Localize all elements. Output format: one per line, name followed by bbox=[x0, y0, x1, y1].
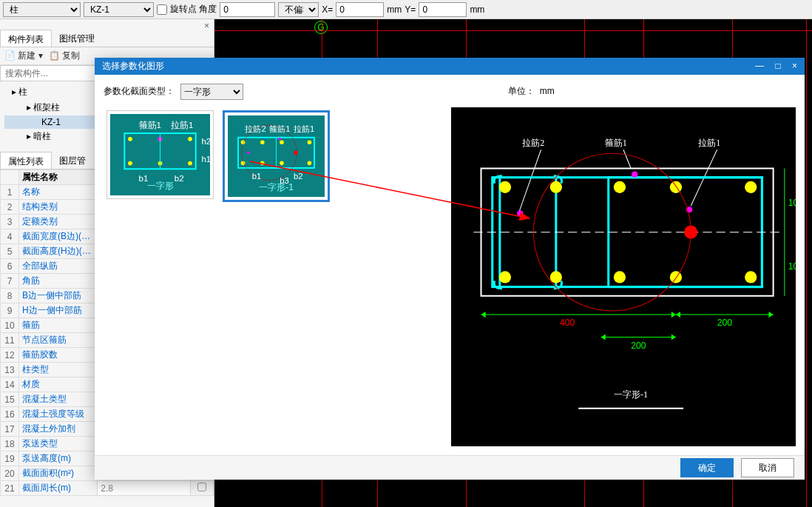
svg-point-22 bbox=[260, 161, 265, 165]
unit-label: 单位： bbox=[508, 86, 535, 96]
grid-marker-g: G bbox=[314, 21, 328, 34]
x-unit: mm bbox=[387, 4, 402, 15]
svg-point-52 bbox=[499, 271, 511, 283]
svg-point-58 bbox=[517, 210, 523, 216]
svg-text:拉筋1: 拉筋1 bbox=[171, 121, 193, 130]
top-toolbar: 柱 KZ-1 旋转点 角度 不偏移 X= mm Y= mm bbox=[0, 0, 812, 19]
svg-text:箍筋1: 箍筋1 bbox=[605, 138, 627, 148]
svg-point-56 bbox=[745, 271, 757, 283]
x-input[interactable] bbox=[336, 2, 384, 17]
svg-point-53 bbox=[550, 271, 562, 283]
thumb-yizixing-1[interactable]: 拉筋2 箍筋1 拉筋1 b1 b2 b3 一字形-1 bbox=[223, 110, 330, 202]
thumbnail-list: 箍筋1 拉筋1 b1 b2 h2 h1 一字形 bbox=[104, 107, 444, 447]
svg-point-23 bbox=[280, 161, 284, 165]
svg-point-48 bbox=[550, 181, 562, 192]
svg-point-49 bbox=[614, 181, 626, 192]
component-name-select[interactable]: KZ-1 bbox=[84, 2, 154, 17]
thumb-label-1: 一字形 bbox=[110, 180, 210, 192]
y-label: Y= bbox=[405, 4, 416, 15]
tab-drawing-mgmt[interactable]: 图纸管理 bbox=[52, 30, 102, 47]
maximize-icon[interactable]: □ bbox=[775, 61, 780, 71]
svg-point-24 bbox=[308, 161, 312, 165]
svg-text:h2: h2 bbox=[201, 136, 210, 145]
svg-point-4 bbox=[128, 161, 132, 165]
shape-dialog: 选择参数化图形 — □ × 参数化截面类型： 一字形 单位： mm bbox=[95, 58, 805, 480]
minimize-icon[interactable]: — bbox=[755, 61, 764, 71]
close-panel-icon[interactable]: × bbox=[204, 21, 209, 31]
rotation-checkbox[interactable] bbox=[157, 4, 167, 15]
preview-pane: 拉筋2 箍筋1 拉筋1 bbox=[451, 107, 796, 447]
ok-button[interactable]: 确定 bbox=[680, 458, 734, 477]
rotation-input[interactable] bbox=[220, 2, 275, 17]
cancel-button[interactable]: 取消 bbox=[741, 458, 794, 477]
svg-text:拉筋2: 拉筋2 bbox=[522, 138, 544, 148]
component-type-select[interactable]: 柱 bbox=[3, 2, 81, 17]
svg-point-55 bbox=[670, 271, 682, 283]
rotation-label: 旋转点 角度 bbox=[170, 3, 217, 16]
svg-text:b1: b1 bbox=[252, 172, 261, 181]
svg-point-54 bbox=[614, 271, 626, 283]
svg-text:b2: b2 bbox=[294, 172, 302, 181]
dialog-footer: 确定 取消 bbox=[95, 455, 805, 480]
y-input[interactable] bbox=[419, 2, 467, 17]
param-select[interactable]: 一字形 bbox=[180, 84, 243, 100]
svg-point-19 bbox=[280, 140, 284, 144]
svg-point-57 bbox=[632, 171, 637, 177]
thumb-yizixing[interactable]: 箍筋1 拉筋1 b1 b2 h2 h1 一字形 bbox=[106, 110, 214, 199]
prop-row[interactable]: 21截面周长(m)2.8 bbox=[1, 481, 214, 496]
svg-text:200: 200 bbox=[631, 340, 646, 350]
close-icon[interactable]: × bbox=[792, 61, 797, 71]
svg-point-3 bbox=[188, 137, 192, 141]
svg-text:箍筋1: 箍筋1 bbox=[269, 124, 290, 133]
svg-text:拉筋1: 拉筋1 bbox=[698, 138, 720, 148]
param-row: 参数化截面类型： 一字形 单位： mm bbox=[104, 84, 796, 100]
svg-text:h1: h1 bbox=[201, 154, 210, 163]
svg-text:一字形-1: 一字形-1 bbox=[614, 389, 648, 399]
y-unit: mm bbox=[470, 4, 484, 15]
tab-layer-mgmt[interactable]: 图层管 bbox=[52, 152, 93, 169]
tab-component-list[interactable]: 构件列表 bbox=[0, 30, 52, 47]
tab-prop-list[interactable]: 属性列表 bbox=[0, 152, 52, 169]
copy-button[interactable]: 📋 复制 bbox=[49, 50, 80, 62]
svg-text:拉筋1: 拉筋1 bbox=[294, 124, 314, 133]
svg-point-51 bbox=[745, 181, 757, 192]
svg-point-6 bbox=[188, 161, 192, 165]
svg-text:200: 200 bbox=[717, 318, 733, 328]
x-label: X= bbox=[322, 4, 333, 15]
dialog-title: 选择参数化图形 bbox=[102, 60, 164, 73]
svg-line-38 bbox=[518, 150, 541, 213]
thumb-label-2: 一字形-1 bbox=[228, 181, 325, 194]
unit-value: mm bbox=[540, 86, 555, 96]
param-label: 参数化截面类型： bbox=[104, 85, 175, 98]
svg-text:箍筋1: 箍筋1 bbox=[139, 121, 161, 130]
svg-point-18 bbox=[260, 140, 265, 144]
svg-text:100: 100 bbox=[788, 198, 796, 208]
svg-point-20 bbox=[308, 140, 312, 144]
svg-point-50 bbox=[670, 181, 682, 192]
svg-point-27 bbox=[247, 151, 250, 154]
svg-text:100: 100 bbox=[788, 261, 796, 272]
svg-line-39 bbox=[623, 150, 631, 168]
new-button[interactable]: 📄 新建 ▾ bbox=[4, 50, 43, 62]
svg-point-26 bbox=[278, 137, 281, 140]
offset-select[interactable]: 不偏移 bbox=[278, 2, 319, 17]
svg-text:400: 400 bbox=[560, 318, 575, 328]
svg-point-1 bbox=[128, 137, 132, 141]
svg-point-47 bbox=[499, 181, 511, 192]
svg-text:拉筋2: 拉筋2 bbox=[245, 124, 265, 133]
dialog-titlebar[interactable]: 选择参数化图形 — □ × bbox=[95, 58, 805, 75]
tabs-upper: 构件列表 图纸管理 bbox=[0, 30, 214, 47]
